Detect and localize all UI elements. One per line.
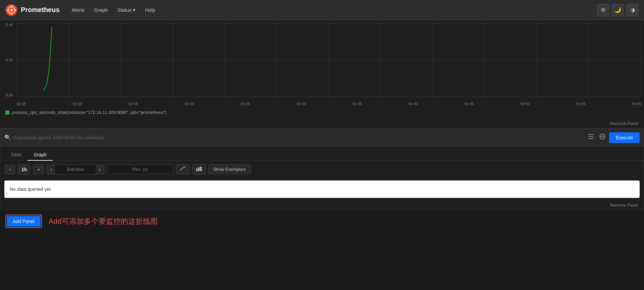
format-icon-btn[interactable]: [598, 132, 607, 143]
bar-chart-btn[interactable]: [192, 164, 206, 174]
add-panel-hint: Add可添加多个要监控的这折线图: [49, 216, 158, 226]
chart-legend: process_cpu_seconds_total{instance="172.…: [0, 107, 644, 119]
contrast-icon-btn[interactable]: ◑: [627, 4, 639, 16]
x-label-0: 02:05: [17, 102, 26, 106]
query-actions: Execute: [586, 132, 640, 143]
tabs-row: Table Graph: [0, 147, 644, 161]
brand: Prometheus: [5, 4, 60, 16]
chart-grid-svg: [17, 23, 641, 97]
x-axis-labels: 02:05 02:10 02:15 02:20 02:25 02:30 02:3…: [17, 102, 641, 106]
metrics-list-icon-btn[interactable]: [586, 132, 596, 143]
duration-display: 1h: [18, 164, 31, 174]
svg-rect-31: [200, 167, 202, 171]
navbar-actions: ⚙ 🌙 ◑: [597, 4, 639, 16]
end-time-group: ‹ End time ›: [47, 164, 104, 174]
x-label-1: 02:10: [73, 102, 82, 106]
x-label-10: 02:55: [576, 102, 586, 106]
svg-rect-25: [588, 138, 594, 139]
svg-point-2: [10, 9, 12, 11]
x-label-7: 02:40: [408, 102, 418, 106]
add-panel-wrapper: Add Panel: [5, 215, 42, 228]
resolution-input[interactable]: [107, 164, 173, 174]
execute-button[interactable]: Execute: [609, 132, 640, 143]
show-exemplars-btn[interactable]: Show Exemplars: [208, 164, 251, 174]
navbar: Prometheus Alerts Graph Status ▾ Help ⚙ …: [0, 0, 644, 20]
end-time-next-btn[interactable]: ›: [96, 165, 104, 174]
remove-panel-btn-2[interactable]: Remove Panel: [610, 203, 638, 208]
brand-title: Prometheus: [21, 6, 60, 14]
duration-minus-btn[interactable]: −: [4, 164, 15, 174]
settings-icon-btn[interactable]: ⚙: [597, 4, 609, 16]
duration-plus-btn[interactable]: +: [33, 164, 44, 174]
query-input-row: 🔍 Execute: [0, 129, 644, 147]
graph-controls: − 1h + ‹ End time › Show Exemplars: [0, 161, 644, 178]
query-panel: 🔍 Execute Table Graph: [0, 128, 644, 210]
line-chart-btn[interactable]: [176, 164, 190, 174]
end-time-prev-btn[interactable]: ‹: [47, 165, 55, 174]
svg-rect-29: [196, 168, 198, 171]
x-label-4: 02:25: [240, 102, 250, 106]
y-label-top: 0.40: [6, 23, 13, 27]
no-data-message: No data queried yet: [4, 180, 640, 198]
dark-mode-icon-btn[interactable]: 🌙: [612, 4, 624, 16]
remove-panel-row-1: Remove Panel: [0, 119, 644, 128]
nav-links: Alerts Graph Status ▾ Help: [68, 4, 597, 16]
nav-graph[interactable]: Graph: [90, 4, 112, 16]
bottom-bar: Add Panel Add可添加多个要监控的这折线图: [0, 210, 644, 233]
end-time-label: End time: [55, 165, 96, 174]
x-label-9: 02:50: [520, 102, 530, 106]
legend-text: process_cpu_seconds_total{instance="172.…: [12, 110, 167, 115]
x-label-11: 03:00: [632, 102, 641, 106]
search-icon: 🔍: [4, 134, 11, 141]
add-panel-button[interactable]: Add Panel: [7, 216, 41, 227]
x-label-8: 02:45: [464, 102, 474, 106]
x-label-2: 02:15: [129, 102, 138, 106]
tab-table[interactable]: Table: [4, 149, 28, 161]
expression-input[interactable]: [14, 135, 584, 140]
remove-panel-btn-1[interactable]: Remove Panel: [610, 121, 639, 126]
remove-panel-row-2: Remove Panel: [0, 201, 644, 210]
nav-alerts[interactable]: Alerts: [68, 4, 89, 16]
svg-rect-30: [198, 167, 200, 171]
y-label-bot: 0.00: [6, 93, 13, 97]
chart-area-1: 0.40 0.20 0.00: [0, 20, 644, 107]
x-label-3: 02:20: [184, 102, 194, 106]
x-label-6: 02:35: [353, 102, 362, 106]
tab-graph[interactable]: Graph: [28, 149, 53, 161]
y-label-mid: 0.20: [6, 58, 13, 62]
nav-status[interactable]: Status ▾: [113, 4, 140, 16]
nav-help[interactable]: Help: [141, 4, 159, 16]
svg-rect-24: [588, 136, 594, 137]
x-label-5: 02:30: [297, 102, 306, 106]
prometheus-logo-icon: [5, 4, 17, 16]
chart-grid: [17, 23, 641, 97]
y-axis-labels: 0.40 0.20 0.00: [0, 23, 15, 97]
svg-rect-23: [588, 134, 594, 135]
legend-color-box: [5, 111, 9, 115]
chart-panel-1: 0.40 0.20 0.00: [0, 20, 644, 128]
